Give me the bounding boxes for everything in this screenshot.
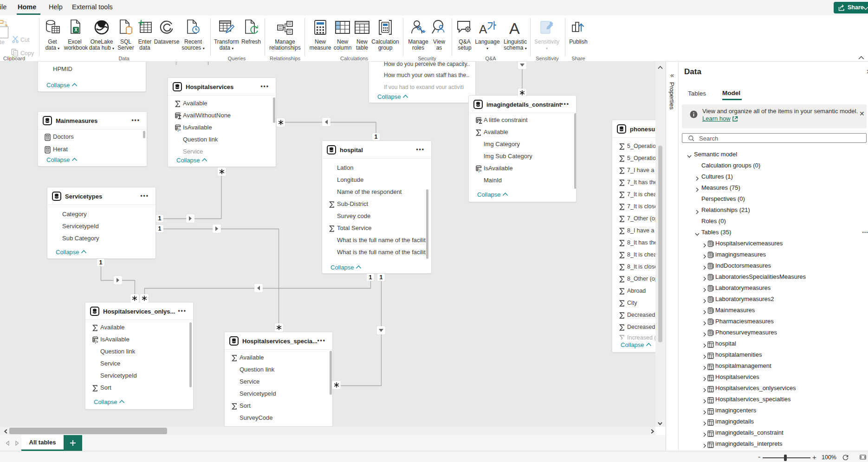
svg-text:fx: fx: [479, 168, 482, 173]
svg-text:X: X: [74, 27, 78, 32]
svg-text:fx: fx: [95, 339, 98, 344]
svg-text:A: A: [509, 19, 520, 35]
svg-text:A: A: [479, 22, 487, 35]
svg-text:fx: fx: [178, 127, 181, 132]
